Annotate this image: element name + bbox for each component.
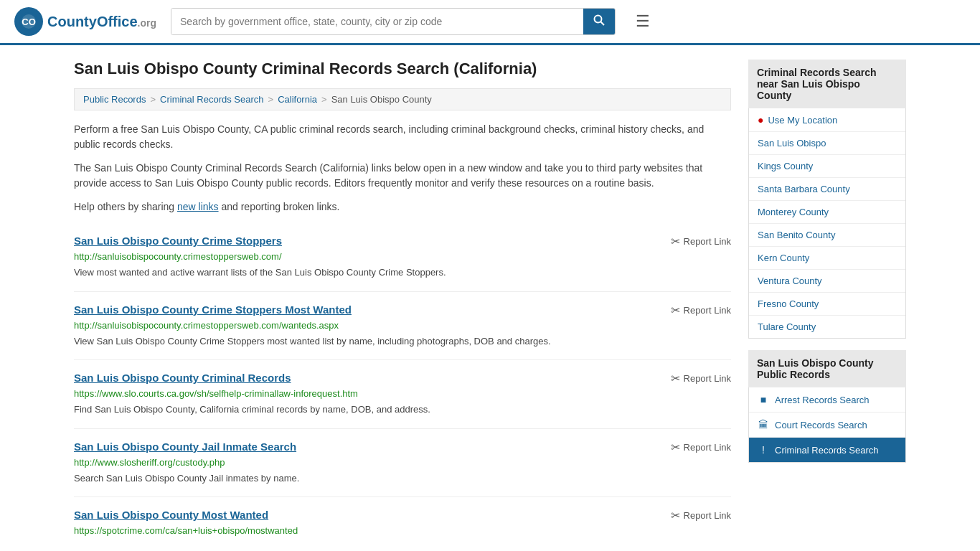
monterey-county-link[interactable]: Monterey County <box>749 201 905 223</box>
result-url[interactable]: https://www.slo.courts.ca.gov/sh/selfhel… <box>74 388 731 399</box>
kings-county-link[interactable]: Kings County <box>749 155 905 177</box>
sidebar-item-criminal-records[interactable]: ! Criminal Records Search <box>749 438 905 462</box>
result-desc: Search San Luis Obispo County Jail inmat… <box>74 471 731 486</box>
court-records-label: Court Records Search <box>775 420 867 430</box>
menu-button[interactable]: ☰ <box>630 9 656 34</box>
intro-paragraph-2: The San Luis Obispo County Criminal Reco… <box>74 161 731 191</box>
sidebar-nearby-title: Criminal Records Search near San Luis Ob… <box>748 60 906 108</box>
result-title[interactable]: San Luis Obispo County Crime Stoppers Mo… <box>74 303 352 316</box>
report-link-button[interactable]: ✂ Report Link <box>671 235 731 248</box>
sidebar-item-monterey-county[interactable]: Monterey County <box>749 201 905 224</box>
breadcrumb-public-records[interactable]: Public Records <box>83 94 146 105</box>
search-bar <box>171 8 616 35</box>
criminal-records-icon: ! <box>758 444 769 456</box>
sidebar: Criminal Records Search near San Luis Ob… <box>748 60 906 551</box>
sidebar-public-records-list: ■ Arrest Records Search 🏛 Court Records … <box>748 387 906 463</box>
arrest-records-icon: ■ <box>758 394 769 405</box>
result-url[interactable]: https://spotcrime.com/ca/san+luis+obispo… <box>74 525 731 536</box>
kern-county-link[interactable]: Kern County <box>749 247 905 269</box>
intro3-post: and reporting broken links. <box>219 201 340 212</box>
result-url[interactable]: http://www.slosheriff.org/custody.php <box>74 457 731 468</box>
san-benito-county-link[interactable]: San Benito County <box>749 224 905 246</box>
new-links-link[interactable]: new links <box>177 201 219 212</box>
result-title[interactable]: San Luis Obispo County Jail Inmate Searc… <box>74 441 296 453</box>
result-item: San Luis Obispo County Most Wanted ✂ Rep… <box>74 497 731 551</box>
logo[interactable]: CO CountyOffice.org <box>14 7 156 36</box>
breadcrumb-sep-3: > <box>321 94 327 105</box>
intro3-pre: Help others by sharing <box>74 201 177 212</box>
search-button[interactable] <box>583 9 615 34</box>
result-item: San Luis Obispo County Criminal Records … <box>74 360 731 429</box>
breadcrumb: Public Records > Criminal Records Search… <box>74 88 731 110</box>
breadcrumb-sep-1: > <box>150 94 156 105</box>
results-list: San Luis Obispo County Crime Stoppers ✂ … <box>74 223 731 551</box>
use-my-location-link[interactable]: ● Use My Location <box>749 108 905 131</box>
result-item: San Luis Obispo County Crime Stoppers Mo… <box>74 292 731 361</box>
report-link-label: Report Link <box>684 373 731 384</box>
criminal-records-link[interactable]: ! Criminal Records Search <box>749 438 905 462</box>
criminal-records-label: Criminal Records Search <box>775 445 879 456</box>
page-title: San Luis Obispo County Criminal Records … <box>74 60 731 78</box>
sidebar-item-santa-barbara-county[interactable]: Santa Barbara County <box>749 178 905 201</box>
breadcrumb-sep-2: > <box>268 94 274 105</box>
breadcrumb-california[interactable]: California <box>278 94 317 105</box>
use-my-location-label: Use My Location <box>768 115 837 126</box>
result-url[interactable]: http://sanluisobispocounty.crimestoppers… <box>74 320 731 331</box>
san-luis-obispo-link[interactable]: San Luis Obispo <box>749 132 905 154</box>
court-records-link[interactable]: 🏛 Court Records Search <box>749 413 905 437</box>
arrest-records-label: Arrest Records Search <box>775 395 870 405</box>
sidebar-item-ventura-county[interactable]: Ventura County <box>749 270 905 293</box>
menu-icon: ☰ <box>636 12 650 30</box>
report-icon: ✂ <box>671 303 680 317</box>
sidebar-item-san-luis-obispo[interactable]: San Luis Obispo <box>749 132 905 155</box>
report-link-button[interactable]: ✂ Report Link <box>671 303 731 317</box>
svg-point-3 <box>595 16 602 23</box>
fresno-county-link[interactable]: Fresno County <box>749 293 905 315</box>
report-link-button[interactable]: ✂ Report Link <box>671 372 731 385</box>
arrest-records-link[interactable]: ■ Arrest Records Search <box>749 387 905 412</box>
sidebar-item-arrest-records[interactable]: ■ Arrest Records Search <box>749 387 905 413</box>
report-link-button[interactable]: ✂ Report Link <box>671 441 731 454</box>
breadcrumb-criminal-records[interactable]: Criminal Records Search <box>160 94 264 105</box>
report-icon: ✂ <box>671 235 680 248</box>
result-title[interactable]: San Luis Obispo County Criminal Records <box>74 372 291 384</box>
logo-text: CountyOffice.org <box>47 14 156 30</box>
sidebar-item-fresno-county[interactable]: Fresno County <box>749 293 905 316</box>
report-link-label: Report Link <box>684 236 731 247</box>
ventura-county-link[interactable]: Ventura County <box>749 270 905 292</box>
result-desc: View San Luis Obispo County Crime Stoppe… <box>74 334 731 349</box>
report-link-button[interactable]: ✂ Report Link <box>671 509 731 522</box>
sidebar-item-san-benito-county[interactable]: San Benito County <box>749 224 905 247</box>
result-item: San Luis Obispo County Jail Inmate Searc… <box>74 429 731 498</box>
court-records-icon: 🏛 <box>758 419 769 430</box>
result-desc: Find San Luis Obispo County, California … <box>74 402 731 417</box>
report-link-label: Report Link <box>684 305 731 316</box>
result-item: San Luis Obispo County Crime Stoppers ✂ … <box>74 223 731 292</box>
sidebar-nearby-list: ● Use My Location San Luis Obispo Kings … <box>748 108 906 339</box>
svg-line-4 <box>601 22 605 26</box>
sidebar-item-tulare-county[interactable]: Tulare County <box>749 316 905 338</box>
search-input[interactable] <box>171 9 583 34</box>
sidebar-item-kings-county[interactable]: Kings County <box>749 155 905 178</box>
result-title[interactable]: San Luis Obispo County Most Wanted <box>74 509 268 521</box>
sidebar-item-kern-county[interactable]: Kern County <box>749 247 905 270</box>
intro-paragraph-1: Perform a free San Luis Obispo County, C… <box>74 122 731 152</box>
report-icon: ✂ <box>671 441 680 454</box>
location-icon: ● <box>758 114 763 126</box>
result-url[interactable]: http://sanluisobispocounty.crimestoppers… <box>74 251 731 262</box>
result-title[interactable]: San Luis Obispo County Crime Stoppers <box>74 235 282 247</box>
svg-text:CO: CO <box>22 17 36 27</box>
santa-barbara-county-link[interactable]: Santa Barbara County <box>749 178 905 200</box>
sidebar-item-court-records[interactable]: 🏛 Court Records Search <box>749 413 905 438</box>
logo-icon: CO <box>14 7 43 36</box>
report-icon: ✂ <box>671 509 680 522</box>
result-desc: View most wanted and active warrant list… <box>74 265 731 280</box>
intro-paragraph-3: Help others by sharing new links and rep… <box>74 199 731 215</box>
report-link-label: Report Link <box>684 442 731 453</box>
sidebar-public-records-title: San Luis Obispo County Public Records <box>748 350 906 387</box>
report-link-label: Report Link <box>684 510 731 521</box>
report-icon: ✂ <box>671 372 680 385</box>
tulare-county-link[interactable]: Tulare County <box>749 316 905 338</box>
content-area: San Luis Obispo County Criminal Records … <box>74 60 731 551</box>
sidebar-item-use-my-location[interactable]: ● Use My Location <box>749 108 905 132</box>
